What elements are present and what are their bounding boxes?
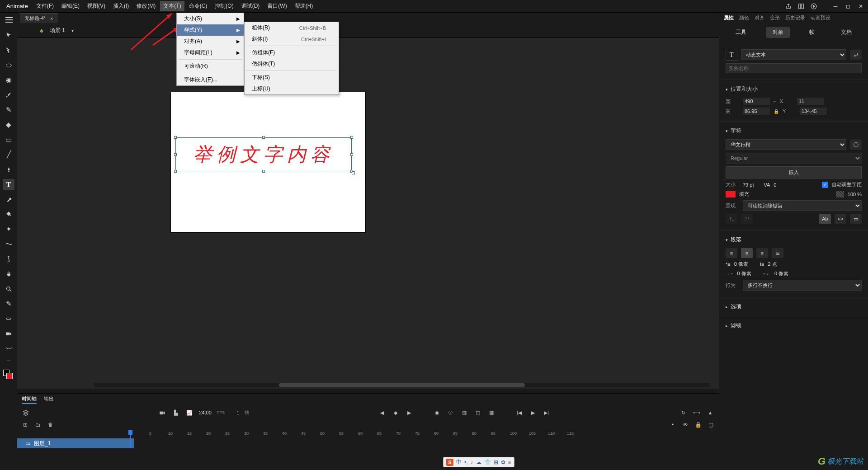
edit-multi-icon[interactable]: ▥ bbox=[460, 409, 468, 417]
layers-icon[interactable] bbox=[22, 409, 30, 417]
marker-icon[interactable]: ◫ bbox=[474, 409, 482, 417]
html-btn[interactable]: <> bbox=[835, 214, 846, 224]
link-wh-icon[interactable]: ⌐ bbox=[774, 99, 776, 104]
span-icon[interactable]: ⟷ bbox=[693, 409, 701, 417]
section-position[interactable]: ▾位置和大小 bbox=[726, 84, 862, 95]
playhead[interactable] bbox=[130, 430, 131, 448]
align-right-btn[interactable]: ≡ bbox=[756, 248, 768, 258]
paint-bucket-tool[interactable] bbox=[3, 209, 14, 220]
selectable-btn[interactable]: Ab bbox=[819, 214, 831, 224]
submenu-scrollable[interactable]: 可滚动(R) bbox=[177, 61, 244, 72]
asset-warp-tool[interactable]: ⟆ bbox=[3, 254, 14, 264]
maximize-icon[interactable]: ◻ bbox=[844, 2, 853, 11]
align-center-btn[interactable]: ≡ bbox=[741, 248, 753, 258]
menu-command[interactable]: 命令(C) bbox=[186, 1, 211, 11]
next-kf-icon[interactable]: ▶ bbox=[405, 409, 413, 417]
embed-button[interactable]: 嵌入 bbox=[726, 166, 862, 179]
section-filters[interactable]: ▸滤镜 bbox=[726, 320, 862, 331]
close-tab-icon[interactable]: × bbox=[50, 16, 53, 21]
stage[interactable]: 举例文字内容 bbox=[17, 38, 719, 389]
menu-edit[interactable]: 编辑(E) bbox=[58, 1, 83, 11]
canvas[interactable]: 举例文字内容 bbox=[171, 92, 365, 232]
play-icon[interactable] bbox=[809, 2, 818, 11]
style-fauxitalic[interactable]: 仿斜体(T) bbox=[245, 58, 339, 70]
style-bold[interactable]: 粗体(B)Ctrl+Shift+B bbox=[245, 22, 339, 33]
style-fauxbold[interactable]: 仿粗体(F) bbox=[245, 47, 339, 58]
style-subscript[interactable]: 下标(S) bbox=[245, 72, 339, 83]
kerning-checkbox[interactable]: ✓ bbox=[822, 182, 828, 188]
frame-number[interactable]: 1 bbox=[236, 410, 239, 415]
stroke-brush-tool[interactable]: 〰 bbox=[3, 343, 14, 354]
prev-kf-icon[interactable]: ◀ bbox=[378, 409, 386, 417]
bone-tool[interactable]: ✦ bbox=[3, 224, 14, 235]
document-tab[interactable]: 无标题-4* × bbox=[20, 13, 58, 23]
forward-icon[interactable]: ▶| bbox=[542, 409, 551, 417]
outline-col-icon[interactable]: ▢ bbox=[707, 421, 714, 428]
layer-depth-icon[interactable]: ▙ bbox=[172, 409, 180, 417]
marker2-icon[interactable]: ▦ bbox=[487, 409, 495, 417]
zoom-tool[interactable] bbox=[3, 283, 14, 294]
ptab-transform[interactable]: 变形 bbox=[770, 14, 780, 21]
align-left-btn[interactable]: ≡ bbox=[726, 248, 737, 258]
subscript-btn[interactable]: T₁ bbox=[726, 214, 737, 224]
layer-track[interactable] bbox=[130, 438, 719, 448]
new-layer-icon[interactable]: ⊞ bbox=[22, 421, 29, 428]
toolbar-more[interactable]: ⋯ bbox=[6, 358, 11, 363]
layer-row[interactable]: ▭ 图层_1 bbox=[17, 438, 719, 448]
camera2-icon[interactable] bbox=[158, 409, 166, 417]
before-value[interactable]: 0 像素 bbox=[737, 270, 751, 277]
submenu-style[interactable]: 样式(Y)▶ bbox=[177, 24, 244, 36]
submenu-align[interactable]: 对齐(A)▶ bbox=[177, 36, 244, 47]
style-italic[interactable]: 斜体(I)Ctrl+Shift+I bbox=[245, 33, 339, 45]
ptab-properties[interactable]: 属性 bbox=[724, 14, 734, 21]
menu-view[interactable]: 视图(V) bbox=[84, 1, 108, 11]
share-icon[interactable] bbox=[784, 2, 793, 11]
close-icon[interactable]: ✕ bbox=[856, 2, 865, 11]
x-input[interactable] bbox=[797, 98, 824, 105]
font-size[interactable]: 79 pt bbox=[743, 182, 754, 188]
color-swatches[interactable] bbox=[3, 370, 14, 381]
timeline-tab[interactable]: 时间轴 bbox=[22, 395, 37, 404]
pen-tool[interactable] bbox=[3, 164, 14, 175]
lock-icon[interactable]: 🔒 bbox=[774, 109, 779, 114]
orientation-icon[interactable]: ⇄ bbox=[850, 50, 862, 60]
subtab-tool[interactable]: 工具 bbox=[729, 27, 753, 38]
visibility-icon[interactable]: 👁 bbox=[682, 421, 689, 428]
section-options[interactable]: ▸选项 bbox=[726, 301, 862, 312]
align-justify-btn[interactable]: ≣ bbox=[772, 248, 783, 258]
layout-icon[interactable] bbox=[797, 2, 806, 11]
ptab-align[interactable]: 对齐 bbox=[755, 14, 764, 21]
section-paragraph[interactable]: ▾段落 bbox=[726, 234, 862, 245]
submenu-size[interactable]: 大小(S)▶ bbox=[177, 13, 244, 24]
hand-tool[interactable] bbox=[3, 268, 14, 279]
layer-name[interactable]: 图层_1 bbox=[34, 440, 51, 447]
instance-name-input[interactable] bbox=[726, 63, 862, 73]
leading-value[interactable]: 2 点 bbox=[768, 261, 777, 268]
loop-icon[interactable]: ↻ bbox=[679, 409, 687, 417]
onion-outline-icon[interactable]: ⦾ bbox=[447, 409, 455, 417]
fps-value[interactable]: 24.00 bbox=[199, 410, 212, 415]
opacity-value[interactable]: 100 % bbox=[848, 192, 862, 197]
frame-ruler[interactable]: 1510152025303540455055606570758085909510… bbox=[130, 430, 719, 438]
indent-value[interactable]: 0 像素 bbox=[734, 261, 748, 268]
eyedropper-tool[interactable] bbox=[3, 194, 14, 205]
menu-file[interactable]: 文件(F) bbox=[33, 1, 57, 11]
superscript-btn[interactable]: T¹ bbox=[741, 214, 753, 224]
lock-col-icon[interactable]: 🔒 bbox=[694, 421, 702, 428]
insert-kf-icon[interactable]: ◆ bbox=[392, 409, 400, 417]
text-type-select[interactable]: 动态文本 bbox=[741, 49, 846, 60]
camera-tool[interactable] bbox=[3, 328, 14, 339]
subtab-doc[interactable]: 文档 bbox=[835, 27, 858, 38]
3d-rotate-tool[interactable] bbox=[3, 313, 14, 324]
after-value[interactable]: 0 像素 bbox=[774, 270, 788, 277]
y-input[interactable] bbox=[800, 108, 827, 115]
menu-debug[interactable]: 调试(D) bbox=[238, 1, 263, 11]
brush-tool[interactable] bbox=[3, 89, 14, 100]
graph-icon[interactable]: 📈 bbox=[185, 409, 193, 417]
ptab-color[interactable]: 颜色 bbox=[739, 14, 749, 21]
scene-name[interactable]: 场景 1 bbox=[50, 27, 65, 34]
rectangle-tool[interactable]: ▭ bbox=[3, 134, 14, 145]
selection-tool[interactable] bbox=[3, 30, 14, 41]
stage-scrollbar[interactable] bbox=[94, 383, 710, 387]
eraser-tool[interactable]: ◆ bbox=[3, 119, 14, 130]
